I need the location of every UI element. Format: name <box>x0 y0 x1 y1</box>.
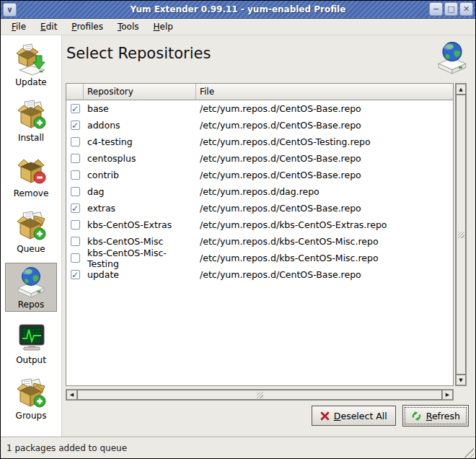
chevron-down-icon: ∨ <box>6 6 13 14</box>
horizontal-scrollbar[interactable]: ◀ ▶ <box>66 389 454 401</box>
arrow-down-icon: ▼ <box>459 377 462 383</box>
menu-file[interactable]: File <box>6 19 31 34</box>
repo-name: extras <box>84 203 196 214</box>
repo-file: /etc/yum.repos.d/kbs-CentOS-Misc.repo <box>196 236 453 247</box>
table-row[interactable]: contrib /etc/yum.repos.d/CentOS-Base.rep… <box>66 167 453 183</box>
red-x-icon <box>320 411 330 421</box>
repo-name: kbs-CentOS-Extras <box>84 219 196 230</box>
repo-checkbox[interactable]: ✓ <box>71 204 80 213</box>
table-row[interactable]: ✓ update /etc/yum.repos.d/CentOS-Base.re… <box>66 266 453 283</box>
deselect-all-label: Deselect All <box>334 411 387 421</box>
scroll-left-button[interactable]: ◀ <box>66 390 77 400</box>
scroll-up-button[interactable]: ▲ <box>456 84 466 95</box>
sidebar-item-label: Output <box>16 355 46 365</box>
repo-file: /etc/yum.repos.d/kbs-CentOS-Extras.repo <box>196 219 453 230</box>
groups-boxes-icon <box>14 377 48 410</box>
table-row[interactable]: centosplus /etc/yum.repos.d/CentOS-Base.… <box>66 150 453 167</box>
refresh-button[interactable]: Refresh <box>402 405 469 427</box>
sidebar-item-label: Queue <box>17 244 45 254</box>
repo-checkbox[interactable] <box>71 220 80 230</box>
action-buttons: Deselect All Refresh <box>312 405 469 427</box>
window-menu-button[interactable]: ∨ <box>3 3 17 17</box>
repo-name: centosplus <box>84 153 196 164</box>
repos-globe-header-icon <box>435 40 470 75</box>
menu-tools[interactable]: Tools <box>113 19 144 34</box>
repo-checkbox[interactable]: ✓ <box>71 121 80 130</box>
sidebar-item-label: Update <box>15 77 46 87</box>
repo-file: /etc/yum.repos.d/CentOS-Base.repo <box>196 203 453 214</box>
maximize-button[interactable]: □ <box>444 2 458 16</box>
repo-checkbox[interactable]: ✓ <box>71 104 80 113</box>
app-window: Yum Extender 0.99.11 - yum-enabled Profi… <box>0 0 476 459</box>
table-row[interactable]: kbs-CentOS-Misc-Testing /etc/yum.repos.d… <box>66 250 453 266</box>
sidebar-item-label: Remove <box>14 188 49 198</box>
repo-checkbox[interactable]: ✓ <box>71 270 80 279</box>
repo-table: Repository File ✓ base /etc/yum.repos.d/… <box>66 83 454 386</box>
repo-name: kbs-CentOS-Misc <box>84 236 196 247</box>
column-header-repository[interactable]: Repository <box>84 84 196 100</box>
table-row[interactable]: ✓ extras /etc/yum.repos.d/CentOS-Base.re… <box>66 200 453 217</box>
scroll-down-button[interactable]: ▼ <box>456 375 466 385</box>
output-monitor-icon <box>14 321 48 354</box>
table-row[interactable]: dag /etc/yum.repos.d/dag.repo <box>66 183 453 200</box>
table-row[interactable]: c4-testing /etc/yum.repos.d/CentOS-Testi… <box>66 134 453 150</box>
arrow-up-icon: ▲ <box>459 87 462 92</box>
repo-table-body: ✓ base /etc/yum.repos.d/CentOS-Base.repo… <box>66 100 453 283</box>
sidebar: Update Install <box>1 35 62 437</box>
repo-table-header: Repository File <box>66 84 453 100</box>
titlebar[interactable]: Yum Extender 0.99.11 - yum-enabled Profi… <box>1 1 475 19</box>
menu-edit[interactable]: Edit <box>35 19 62 34</box>
table-row[interactable]: kbs-CentOS-Extras /etc/yum.repos.d/kbs-C… <box>66 217 453 233</box>
horizontal-scrollbar-thumb[interactable] <box>77 390 442 400</box>
remove-box-icon <box>14 154 48 188</box>
table-row[interactable]: ✓ base /etc/yum.repos.d/CentOS-Base.repo <box>66 100 453 117</box>
vertical-scrollbar-thumb[interactable] <box>456 95 466 375</box>
vertical-scrollbar[interactable]: ▲ ▼ <box>455 83 467 386</box>
resize-grip[interactable] <box>463 447 474 458</box>
repo-checkbox[interactable] <box>71 137 80 147</box>
repo-checkbox[interactable] <box>71 187 80 196</box>
repo-file: /etc/yum.repos.d/CentOS-Base.repo <box>196 103 453 114</box>
repo-name: contrib <box>84 170 196 180</box>
sidebar-item-update[interactable]: Update <box>5 40 57 89</box>
status-text: 1 packages added to queue <box>6 443 127 453</box>
repo-file: /etc/yum.repos.d/kbs-CentOS-Misc.repo <box>196 253 453 263</box>
sidebar-item-label: Install <box>18 133 44 143</box>
repo-name: c4-testing <box>84 136 196 147</box>
menubar: File Edit Profiles Tools Help <box>1 19 475 35</box>
deselect-all-button[interactable]: Deselect All <box>312 406 396 426</box>
menu-help[interactable]: Help <box>149 19 178 34</box>
sidebar-item-repos[interactable]: Repos <box>5 263 57 312</box>
repo-checkbox[interactable] <box>71 154 80 163</box>
repo-checkbox[interactable] <box>71 237 80 246</box>
sidebar-item-remove[interactable]: Remove <box>5 152 57 201</box>
sidebar-item-groups[interactable]: Groups <box>5 374 57 423</box>
statusbar: 1 packages added to queue <box>1 437 475 459</box>
repo-file: /etc/yum.repos.d/CentOS-Base.repo <box>196 170 453 180</box>
close-button[interactable]: ✕ <box>459 2 473 16</box>
close-icon: ✕ <box>463 5 470 13</box>
repo-file: /etc/yum.repos.d/CentOS-Base.repo <box>196 153 453 164</box>
repo-name: addons <box>84 120 196 131</box>
repo-checkbox[interactable] <box>71 170 80 180</box>
window-controls: − □ ✕ <box>429 2 473 16</box>
repo-name: base <box>84 103 196 114</box>
refresh-icon <box>411 411 422 421</box>
column-header-checkbox[interactable] <box>66 84 84 100</box>
menu-profiles[interactable]: Profiles <box>66 19 108 34</box>
main-content: Select Repositories Repository File <box>62 35 476 437</box>
column-header-file[interactable]: File <box>196 84 453 100</box>
update-box-icon <box>14 43 48 76</box>
repo-name: update <box>84 269 196 280</box>
table-row[interactable]: ✓ addons /etc/yum.repos.d/CentOS-Base.re… <box>66 117 453 134</box>
arrow-right-icon: ▶ <box>446 392 449 398</box>
minimize-button[interactable]: − <box>429 2 443 16</box>
install-box-icon <box>14 99 48 132</box>
scroll-right-button[interactable]: ▶ <box>442 390 453 400</box>
repo-checkbox[interactable] <box>71 253 80 263</box>
sidebar-item-output[interactable]: Output <box>5 318 57 367</box>
repo-name: kbs-CentOS-Misc-Testing <box>84 248 196 269</box>
sidebar-item-install[interactable]: Install <box>5 96 57 145</box>
repos-globe-icon <box>14 266 48 299</box>
sidebar-item-queue[interactable]: Queue <box>5 207 57 256</box>
